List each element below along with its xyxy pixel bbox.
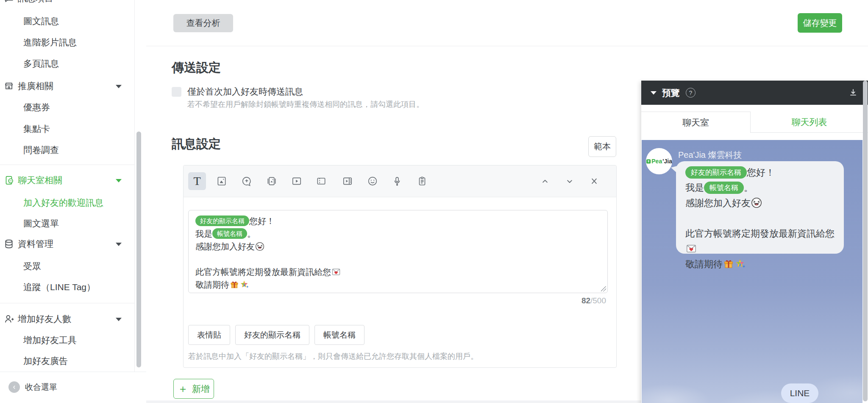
sidebar-item-surveys[interactable]: 問卷調查 xyxy=(0,141,134,160)
first-time-only-row: 僅於首次加入好友時傳送訊息 xyxy=(172,86,303,98)
sparkle-star-emoji xyxy=(240,280,249,289)
move-down-icon[interactable] xyxy=(564,176,575,187)
message-editor-card: T 好友的顯示名稱您好！ 我是帳號名稱。 感謝您加入好友 此官方帳號將 xyxy=(183,165,617,368)
card-message-tool-icon[interactable] xyxy=(266,176,277,187)
microphone-tool-icon[interactable] xyxy=(392,176,403,187)
person-plus-icon xyxy=(3,313,14,325)
sidebar-item-message-items[interactable]: 訊息項目 xyxy=(0,0,134,8)
download-icon[interactable] xyxy=(848,87,859,98)
gift-emoji xyxy=(230,280,239,289)
sidebar-item-chat-related[interactable]: 聊天室相關 xyxy=(0,171,134,190)
sidebar-divider xyxy=(0,303,134,303)
textarea-resize-handle[interactable] xyxy=(601,286,606,291)
sidebar-item-gain-friends[interactable]: 增加好友人數 xyxy=(0,310,134,328)
sidebar-item-reward-cards[interactable]: 集點卡 xyxy=(0,120,134,138)
tab-chat-list[interactable]: 聊天列表 xyxy=(751,112,868,132)
tab-chat-room[interactable]: 聊天室 xyxy=(641,112,751,133)
sidebar-item-data-management[interactable]: 資料管理 xyxy=(0,235,134,253)
character-counter: 82/500 xyxy=(581,296,606,305)
sidebar-item-rich-video-message[interactable]: 進階影片訊息 xyxy=(0,33,134,52)
sidebar-item-rich-message[interactable]: 圖文訊息 xyxy=(0,12,134,31)
sidebar-item-greeting-message[interactable]: 加入好友的歡迎訊息 xyxy=(0,193,134,212)
chat-bubble-icon xyxy=(3,0,14,4)
send-settings-helper-text: 若不希望在用戶解除封鎖帳號時重複傳送相同的訊息，請勾選此項目。 xyxy=(187,99,424,109)
greeting-message-bubble: 好友的顯示名稱您好！ 我是帳號名稱。 感謝您加入好友 此官方帳號將定期發放最新資… xyxy=(676,161,844,254)
sparkle-star-emoji xyxy=(735,258,746,269)
sticker-tool-icon[interactable] xyxy=(241,176,252,187)
insert-friend-display-name-button[interactable]: 好友的顯示名稱 xyxy=(235,325,309,345)
add-message-button[interactable]: ＋ 新增 xyxy=(173,379,214,399)
coupon-tool-icon[interactable] xyxy=(316,176,327,187)
account-avatar[interactable]: Pea'Jia xyxy=(646,148,672,174)
sidebar-item-audience[interactable]: 受眾 xyxy=(0,257,134,276)
editor-toolbar: T xyxy=(184,165,616,197)
sidebar-item-coupons[interactable]: 優惠券 xyxy=(0,98,134,117)
love-letter-emoji xyxy=(686,243,697,254)
page-scrollbar-thumb[interactable] xyxy=(863,81,868,401)
close-icon[interactable] xyxy=(589,176,600,187)
line-laughing-emoji xyxy=(255,242,264,251)
move-up-icon[interactable] xyxy=(540,176,551,187)
collapse-menu-button[interactable]: 收合選單 xyxy=(8,381,57,393)
sidebar-scrollbar-thumb[interactable] xyxy=(136,132,141,367)
preview-title: 預覽 xyxy=(662,87,680,99)
storefront-icon xyxy=(3,81,14,92)
chevron-down-icon xyxy=(116,318,122,321)
view-analytics-button[interactable]: 查看分析 xyxy=(173,14,233,32)
account-name-tag: 帳號名稱 xyxy=(704,182,744,194)
sidebar-scroll-area: 訊息項目 圖文訊息 進階影片訊息 多頁訊息 推廣相關 優惠券 集點卡 問卷調查 … xyxy=(0,0,135,372)
database-icon xyxy=(3,238,14,249)
chevron-down-icon xyxy=(116,179,122,182)
sidebar-item-friend-ads[interactable]: 加好友廣告 xyxy=(0,352,134,370)
brand-logo-icon xyxy=(646,158,651,165)
first-time-only-label: 僅於首次加入好友時傳送訊息 xyxy=(187,86,303,98)
chevron-down-icon xyxy=(116,85,122,88)
help-question-icon[interactable]: ? xyxy=(686,88,696,98)
sidebar-item-rich-menu[interactable]: 圖文選單 xyxy=(0,214,134,233)
account-name-tag: 帳號名稱 xyxy=(212,228,247,239)
chevron-down-icon xyxy=(116,243,122,246)
collapse-preview-caret-icon[interactable] xyxy=(651,91,657,95)
gift-emoji xyxy=(723,258,734,269)
friend-display-name-tag: 好友的顯示名稱 xyxy=(685,166,747,179)
line-oa-manager-app: 訊息項目 圖文訊息 進階影片訊息 多頁訊息 推廣相關 優惠券 集點卡 問卷調查 … xyxy=(0,0,868,403)
preview-header: 預覽 ? xyxy=(641,81,868,105)
phone-chat-icon xyxy=(3,175,14,186)
account-name: Pea'Jia 燦雲科技 xyxy=(678,149,742,161)
plus-icon: ＋ xyxy=(178,383,188,394)
insert-emoji-button[interactable]: 表情貼 xyxy=(188,325,230,345)
line-laughing-emoji xyxy=(751,197,762,208)
message-text-input[interactable]: 好友的顯示名稱您好！ 我是帳號名稱。 感謝您加入好友 此官方帳號將定期發放最新資… xyxy=(188,210,608,293)
sidebar-item-card-message[interactable]: 多頁訊息 xyxy=(0,54,134,73)
sidebar-divider xyxy=(0,165,134,165)
insert-chips-row: 表情貼 好友的顯示名稱 帳號名稱 xyxy=(188,325,364,345)
video-tool-icon[interactable] xyxy=(291,176,302,187)
collapse-chevron-left-icon xyxy=(8,381,20,393)
preview-panel: 預覽 ? 聊天室 聊天列表 Pea'Jia Pea'Jia 燦雲科技 好友的顯示… xyxy=(641,81,868,403)
send-settings-title: 傳送設定 xyxy=(172,59,221,76)
preview-tabs: 聊天室 聊天列表 xyxy=(641,105,868,140)
image-tool-icon[interactable] xyxy=(216,176,227,187)
clipboard-tool-icon[interactable] xyxy=(417,176,428,187)
message-settings-title: 訊息設定 xyxy=(172,136,221,153)
sidebar-item-promotions[interactable]: 推廣相關 xyxy=(0,77,134,95)
text-tool-button[interactable]: T xyxy=(188,172,206,190)
save-changes-button[interactable]: 儲存變更 xyxy=(798,13,842,33)
friend-display-name-tag: 好友的顯示名稱 xyxy=(195,215,249,226)
sidebar-footer: 收合選單 xyxy=(0,372,146,403)
section-divider xyxy=(146,46,868,46)
first-time-only-checkbox[interactable] xyxy=(172,87,181,97)
love-letter-emoji xyxy=(331,267,341,277)
sidebar-item-label: 訊息項目 xyxy=(18,0,53,4)
sidebar-item-gain-friends-tools[interactable]: 增加好友工具 xyxy=(0,331,134,350)
template-button[interactable]: 範本 xyxy=(588,136,616,157)
bubble-tail xyxy=(671,165,679,175)
sidebar: 訊息項目 圖文訊息 進階影片訊息 多頁訊息 推廣相關 優惠券 集點卡 問卷調查 … xyxy=(0,0,146,403)
page-footer-edge xyxy=(146,400,641,403)
rich-video-tool-icon[interactable] xyxy=(342,176,353,187)
emoji-tool-icon[interactable] xyxy=(367,176,378,187)
sidebar-item-line-tag[interactable]: 追蹤（LINE Tag） xyxy=(0,278,134,297)
line-watermark-bubble: LINE xyxy=(781,383,818,403)
insert-account-name-button[interactable]: 帳號名稱 xyxy=(314,325,364,345)
tab-bottom-border xyxy=(750,132,868,133)
